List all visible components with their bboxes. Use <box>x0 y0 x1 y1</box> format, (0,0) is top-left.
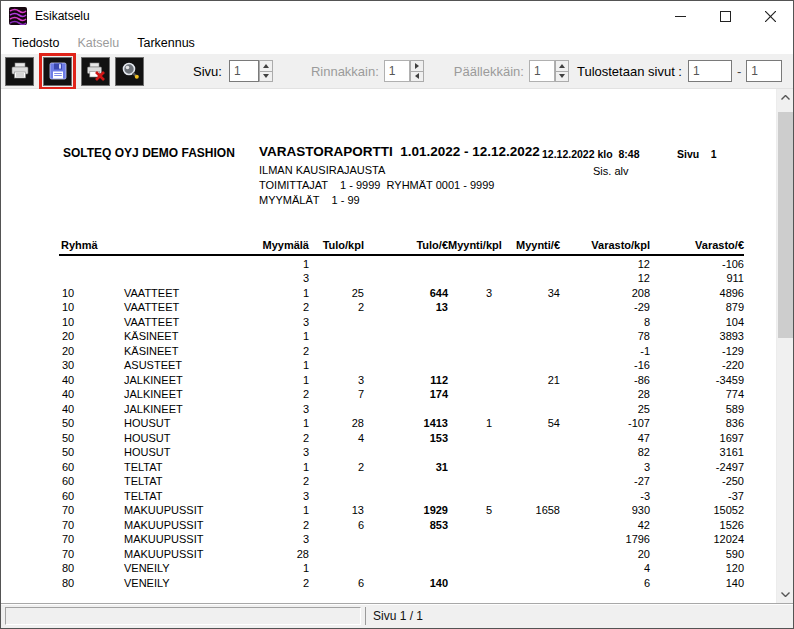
cell-sales-eur <box>492 255 560 270</box>
cell-inflow-eur: 140 <box>364 574 448 589</box>
cell-stock-eur: 911 <box>650 270 744 285</box>
table-row: 10 VAATTEET 2 2 13 -29 879 <box>59 299 744 314</box>
page-spin-down-button[interactable] <box>259 72 273 83</box>
cell-sales-qty <box>448 328 492 343</box>
cell-sales-eur <box>492 313 560 328</box>
window-controls <box>658 1 793 31</box>
table-row: 60 TELTAT 3 -3 -37 <box>59 487 744 502</box>
cell-sales-qty <box>448 473 492 488</box>
vertical-scrollbar[interactable] <box>776 89 793 603</box>
menu-item-tiedosto[interactable]: Tiedosto <box>3 33 68 53</box>
cell-group-name: JALKINEET <box>121 371 253 386</box>
cell-group-name: TELTAT <box>121 458 253 473</box>
table-row: 80 VENEILY 2 6 140 6 140 <box>59 574 744 589</box>
cell-inflow-eur <box>364 545 448 560</box>
cell-stock-qty: 47 <box>560 429 650 444</box>
overlap-spin-up-button <box>555 60 569 72</box>
cell-stock-qty: -86 <box>560 371 650 386</box>
cell-stock-qty: 3 <box>560 458 650 473</box>
table-row: 70 MAKUUPUSSIT 2 6 853 42 1526 <box>59 516 744 531</box>
cell-sales-eur: 34 <box>492 284 560 299</box>
cell-sales-qty <box>448 371 492 386</box>
cell-group-number: 40 <box>59 371 121 386</box>
cell-sales-eur <box>492 429 560 444</box>
cell-sales-qty <box>448 458 492 473</box>
cell-group-name: MAKUUPUSSIT <box>121 516 253 531</box>
cell-group-number: 50 <box>59 444 121 459</box>
cell-sales-qty <box>448 386 492 401</box>
highlight-box <box>39 53 76 90</box>
cell-inflow-eur: 13 <box>364 299 448 314</box>
minimize-button[interactable] <box>658 1 703 31</box>
cell-group-name <box>121 270 253 285</box>
cell-group-number <box>59 255 121 270</box>
menu-item-tarkennus[interactable]: Tarkennus <box>128 33 204 53</box>
cancel-print-button[interactable] <box>81 57 110 86</box>
cell-stock-qty: -3 <box>560 487 650 502</box>
range-separator: - <box>737 64 741 79</box>
cell-group-number: 20 <box>59 328 121 343</box>
cell-group-number: 80 <box>59 560 121 575</box>
overlap-spinner-label: Päällekkäin: <box>454 64 524 79</box>
cell-group-name: HOUSUT <box>121 415 253 430</box>
cell-sales-eur <box>492 299 560 314</box>
print-range-to-input[interactable] <box>746 60 782 82</box>
magnifier-icon <box>120 61 140 81</box>
cell-sales-eur <box>492 545 560 560</box>
report-vat-note: Sis. alv <box>593 165 628 177</box>
arrow-right-icon <box>415 63 419 69</box>
table-row: 70 MAKUUPUSSIT 1 13 1929 5 1658 930 1505… <box>59 502 744 517</box>
cell-group-name: VAATTEET <box>121 313 253 328</box>
cell-group-number: 10 <box>59 313 121 328</box>
cell-inflow-eur: 153 <box>364 429 448 444</box>
scroll-down-button[interactable] <box>777 586 793 603</box>
report-filter-line: TOIMITTAJAT 1 - 9999 RYHMÄT 0001 - 9999 <box>259 179 494 191</box>
cell-store: 3 <box>253 444 309 459</box>
print-button[interactable] <box>5 57 34 86</box>
cell-inflow-qty <box>309 487 364 502</box>
toolbar: Sivu: Rinnakkain: Päällekkäin: Tulosteta… <box>1 54 793 89</box>
maximize-button[interactable] <box>703 1 748 31</box>
cell-group-number: 80 <box>59 574 121 589</box>
cell-store: 28 <box>253 545 309 560</box>
cell-store: 3 <box>253 313 309 328</box>
zoom-button[interactable] <box>115 57 144 86</box>
cell-sales-eur: 1658 <box>492 502 560 517</box>
cell-stock-qty: -107 <box>560 415 650 430</box>
print-range-from-input[interactable] <box>688 60 732 82</box>
cell-group-number: 70 <box>59 545 121 560</box>
cell-stock-eur: 879 <box>650 299 744 314</box>
page-spinner-label: Sivu: <box>193 64 222 79</box>
cell-sales-qty <box>448 357 492 372</box>
parallel-spinner-input <box>384 60 410 82</box>
report-datetime: 12.12.2022 klo 8:48 <box>542 148 640 160</box>
cell-stock-qty: 8 <box>560 313 650 328</box>
close-button[interactable] <box>748 1 793 31</box>
cell-sales-eur <box>492 560 560 575</box>
cell-store: 1 <box>253 357 309 372</box>
cell-stock-qty: 82 <box>560 444 650 459</box>
save-button[interactable] <box>43 57 72 86</box>
scrollbar-thumb[interactable] <box>778 112 793 338</box>
cell-inflow-eur <box>364 255 448 270</box>
scroll-up-button[interactable] <box>777 89 793 106</box>
cell-group-number: 40 <box>59 400 121 415</box>
cell-sales-qty: 3 <box>448 284 492 299</box>
cell-stock-eur: 590 <box>650 545 744 560</box>
cell-sales-eur <box>492 270 560 285</box>
cell-stock-qty: -16 <box>560 357 650 372</box>
titlebar: Esikatselu <box>1 1 793 31</box>
page-spin-up-button[interactable] <box>259 60 273 72</box>
minimize-icon <box>675 11 686 22</box>
page-spinner-input[interactable] <box>229 60 259 82</box>
cell-stock-eur: 4896 <box>650 284 744 299</box>
report-filter-line: ILMAN KAUSIRAJAUSTA <box>259 164 385 176</box>
cell-group-name: VAATTEET <box>121 299 253 314</box>
cell-inflow-qty: 7 <box>309 386 364 401</box>
table-row: 20 KÄSINEET 1 78 3893 <box>59 328 744 343</box>
cell-stock-eur: -3459 <box>650 371 744 386</box>
table-row: 30 ASUSTEET 1 -16 -220 <box>59 357 744 372</box>
cell-store: 1 <box>253 284 309 299</box>
cell-stock-qty: 12 <box>560 255 650 270</box>
table-row: 10 VAATTEET 1 25 644 3 34 208 4896 <box>59 284 744 299</box>
